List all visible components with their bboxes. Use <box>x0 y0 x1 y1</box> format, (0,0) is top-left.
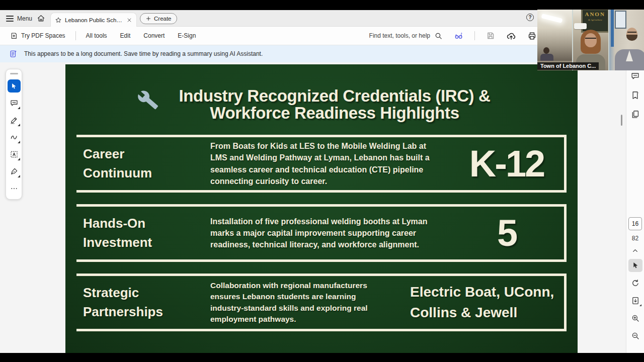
row-body: Installation of five professional weldin… <box>210 216 438 251</box>
video-caption: Town of Lebanon C... <box>537 62 599 70</box>
row-stat: Electric Boat, UConn, Collins & Jewell <box>403 282 564 323</box>
print-button[interactable] <box>527 31 537 41</box>
zoom-out-button[interactable] <box>628 329 642 342</box>
highlight-tool-button[interactable] <box>8 114 21 127</box>
more-tools-button[interactable] <box>8 182 21 195</box>
meeting-video-overlay[interactable]: ANON & Agriculture Town of Lebanon C... <box>537 10 644 70</box>
try-pdf-spaces-label: Try PDF Spaces <box>21 32 65 39</box>
zoom-out-icon <box>631 331 640 340</box>
camera-view-speaker: ANON & Agriculture <box>572 10 608 70</box>
toolbar-left-group: Try PDF Spaces All tools Edit Convert E-… <box>10 27 196 45</box>
draw-tool-button[interactable] <box>8 131 21 144</box>
home-button[interactable] <box>37 14 45 23</box>
find-placeholder: Find text, tools, or help <box>369 32 430 39</box>
previous-page-button[interactable] <box>628 246 642 254</box>
toolbar-nav: All tools Edit Convert E-Sign <box>86 32 196 39</box>
text-select-tool-button[interactable] <box>8 148 21 161</box>
cloud-upload-icon <box>506 31 516 41</box>
home-icon <box>37 14 45 23</box>
selection-mode-button[interactable] <box>628 259 642 272</box>
search-icon <box>434 32 443 40</box>
banner-text: This appears to be a long document. Save… <box>24 50 263 57</box>
page-navigation-cluster: 16 82 <box>626 217 644 342</box>
window-frame <box>611 10 614 47</box>
beard <box>626 35 637 41</box>
camera-view-man <box>608 10 644 70</box>
row-label: Career Continuum <box>83 145 186 183</box>
ceiling-light <box>541 14 563 23</box>
letterbox-bottom <box>0 353 644 362</box>
toolbar-right-group: Find text, tools, or help <box>369 27 537 45</box>
ellipsis-icon <box>10 185 18 193</box>
bookmark-icon <box>630 90 640 100</box>
document-tab[interactable]: Lebanon Public Schools ... <box>50 13 137 27</box>
scrollbar-thumb[interactable] <box>621 115 622 126</box>
printer-icon <box>527 31 537 41</box>
share-upload-button[interactable] <box>506 31 516 41</box>
cursor-arrow-icon <box>631 261 639 269</box>
nav-all-tools[interactable]: All tools <box>86 32 107 39</box>
slide-page: Industry Recognized Credentials (IRC) & … <box>65 64 578 353</box>
current-page-input[interactable]: 16 <box>628 217 642 230</box>
row-label: Hands-On Investment <box>83 214 186 252</box>
page-thumbnails-button[interactable] <box>628 108 642 121</box>
text-selection-icon <box>10 150 19 159</box>
slide-title: Industry Recognized Credentials (IRC) & … <box>164 87 506 121</box>
fit-page-button[interactable] <box>628 294 642 307</box>
comment-tool-button[interactable] <box>8 97 21 110</box>
row-stat: 5 <box>449 212 564 254</box>
find-field[interactable]: Find text, tools, or help <box>369 32 443 40</box>
fill-sign-tool-button[interactable] <box>8 165 21 178</box>
comments-panel-button[interactable] <box>628 69 642 82</box>
help-button[interactable]: ? <box>526 14 534 21</box>
sign-text-line2: & Agriculture <box>588 19 602 21</box>
bookmarks-panel-button[interactable] <box>628 88 642 102</box>
help-glyph: ? <box>528 15 531 20</box>
nav-esign[interactable]: E-Sign <box>178 32 196 39</box>
nav-edit[interactable]: Edit <box>120 32 131 39</box>
row-body: Collaboration with regional manufacturer… <box>210 280 382 326</box>
cursor-arrow-icon <box>10 82 18 90</box>
menu-button[interactable]: Menu <box>6 13 32 24</box>
slide-row-career-continuum: Career Continuum From Boats for Kids at … <box>76 135 567 193</box>
row-body: From Boats for Kids at LES to the Mobile… <box>210 140 438 187</box>
star-icon[interactable] <box>55 17 62 24</box>
slide-title-line1: Industry Recognized Credentials (IRC) & <box>164 87 506 105</box>
slide-row-strategic-partnerships: Strategic Partnerships Collaboration wit… <box>76 274 567 331</box>
close-tab-icon[interactable] <box>126 17 132 23</box>
try-pdf-spaces-button[interactable]: Try PDF Spaces <box>10 32 65 40</box>
rotate-page-button[interactable] <box>628 277 642 290</box>
tab-title: Lebanon Public Schools ... <box>65 17 123 23</box>
slide-title-line2: Workforce Readiness Highlights <box>164 105 506 122</box>
slide-rows: Career Continuum From Boats for Kids at … <box>76 135 567 331</box>
panel-drag-handle[interactable] <box>10 73 18 74</box>
zoom-in-icon <box>631 314 640 323</box>
freehand-draw-icon <box>10 133 19 142</box>
lebanon-sign: ANON & Agriculture <box>581 10 608 33</box>
ai-assistant-button[interactable] <box>454 31 463 41</box>
glasses <box>585 38 596 40</box>
monitor <box>615 11 626 29</box>
air-conditioner <box>574 23 587 29</box>
pdf-spaces-icon <box>10 32 18 40</box>
participant-seated <box>540 47 553 60</box>
fit-page-icon <box>631 296 640 305</box>
save-icon <box>486 31 495 40</box>
hamburger-icon <box>6 16 14 21</box>
comments-icon <box>630 71 640 81</box>
quick-tools-panel <box>6 69 22 200</box>
save-button[interactable] <box>486 31 495 40</box>
create-button[interactable]: Create <box>140 13 177 24</box>
chevron-up-icon <box>631 247 639 254</box>
nav-convert[interactable]: Convert <box>143 32 165 39</box>
total-pages-label: 82 <box>632 235 638 242</box>
screen: { "chrome": { "menu_label": "Menu", "tab… <box>0 0 644 362</box>
letterbox-top <box>0 0 644 10</box>
zoom-in-button[interactable] <box>628 312 642 325</box>
select-tool-button[interactable] <box>8 79 21 93</box>
toolbar-divider <box>75 31 76 40</box>
document-viewport[interactable]: Industry Recognized Credentials (IRC) & … <box>0 62 626 353</box>
row-label: Strategic Partnerships <box>83 284 186 321</box>
wrench-icon <box>137 89 159 112</box>
plus-icon <box>145 16 151 22</box>
